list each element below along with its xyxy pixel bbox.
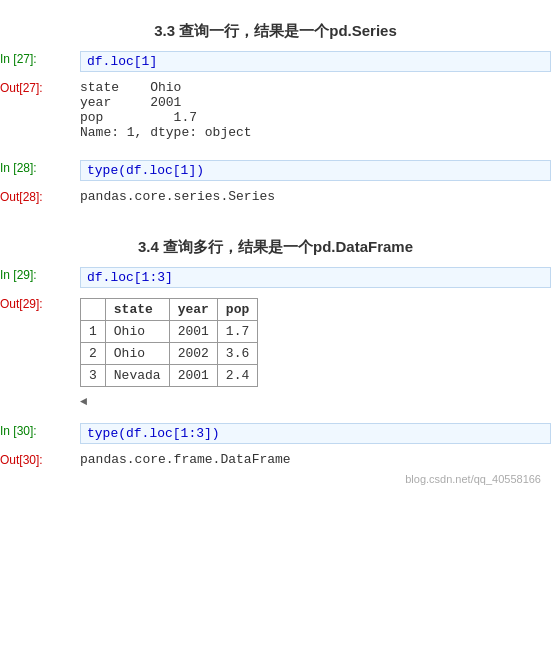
cell-in29: In [29]: df.loc[1:3] bbox=[0, 265, 551, 290]
in30-code-text: type(df.loc[1:3]) bbox=[87, 426, 220, 441]
cell-out30: Out[30]: pandas.core.frame.DataFrame bbox=[0, 450, 551, 469]
in28-label: In [28]: bbox=[0, 160, 80, 175]
cell-in27: In [27]: df.loc[1] bbox=[0, 49, 551, 74]
cell-year: 2001 bbox=[169, 321, 217, 343]
out28-output: pandas.core.series.Series bbox=[80, 189, 551, 204]
cell-pop: 3.6 bbox=[217, 343, 257, 365]
out27-label: Out[27]: bbox=[0, 80, 80, 95]
row-index: 2 bbox=[81, 343, 106, 365]
cell-out28: Out[28]: pandas.core.series.Series bbox=[0, 187, 551, 206]
out29-output: state year pop 1 Ohio 2001 1.7 2 Ohio bbox=[80, 296, 551, 389]
table-header-row: state year pop bbox=[81, 299, 258, 321]
in27-label: In [27]: bbox=[0, 51, 80, 66]
in29-code-text: df.loc[1:3] bbox=[87, 270, 173, 285]
in29-code[interactable]: df.loc[1:3] bbox=[80, 267, 551, 288]
col-header-pop: pop bbox=[217, 299, 257, 321]
out27-text: state Ohio year 2001 pop 1.7 Name: 1, dt… bbox=[80, 80, 252, 140]
section-title-33: 3.3 查询一行，结果是一个pd.Series bbox=[0, 22, 551, 41]
out30-output: pandas.core.frame.DataFrame bbox=[80, 452, 551, 467]
section-title-34: 3.4 查询多行，结果是一个pd.DataFrame bbox=[0, 238, 551, 257]
out28-text: pandas.core.series.Series bbox=[80, 189, 275, 204]
cell-pop: 2.4 bbox=[217, 365, 257, 387]
in27-code-text: df.loc[1] bbox=[87, 54, 157, 69]
scroll-indicator: ◄ bbox=[80, 395, 551, 409]
col-header-state: state bbox=[105, 299, 169, 321]
cell-in30: In [30]: type(df.loc[1:3]) bbox=[0, 421, 551, 446]
out28-label: Out[28]: bbox=[0, 189, 80, 204]
cell-year: 2001 bbox=[169, 365, 217, 387]
cell-out29: Out[29]: state year pop 1 Ohio 2001 bbox=[0, 294, 551, 391]
col-header-index bbox=[81, 299, 106, 321]
in30-label: In [30]: bbox=[0, 423, 80, 438]
out30-label: Out[30]: bbox=[0, 452, 80, 467]
table-row: 1 Ohio 2001 1.7 bbox=[81, 321, 258, 343]
col-header-year: year bbox=[169, 299, 217, 321]
table-row: 2 Ohio 2002 3.6 bbox=[81, 343, 258, 365]
out30-text: pandas.core.frame.DataFrame bbox=[80, 452, 291, 467]
page-content: 3.3 查询一行，结果是一个pd.Series In [27]: df.loc[… bbox=[0, 0, 551, 495]
in30-code[interactable]: type(df.loc[1:3]) bbox=[80, 423, 551, 444]
cell-out27: Out[27]: state Ohio year 2001 pop 1.7 Na… bbox=[0, 78, 551, 142]
row-index: 3 bbox=[81, 365, 106, 387]
in28-code-text: type(df.loc[1]) bbox=[87, 163, 204, 178]
cell-state: Ohio bbox=[105, 343, 169, 365]
cell-year: 2002 bbox=[169, 343, 217, 365]
out27-output: state Ohio year 2001 pop 1.7 Name: 1, dt… bbox=[80, 80, 551, 140]
table-row: 3 Nevada 2001 2.4 bbox=[81, 365, 258, 387]
dataframe-table: state year pop 1 Ohio 2001 1.7 2 Ohio bbox=[80, 298, 258, 387]
cell-in28: In [28]: type(df.loc[1]) bbox=[0, 158, 551, 183]
in29-label: In [29]: bbox=[0, 267, 80, 282]
cell-state: Nevada bbox=[105, 365, 169, 387]
out29-label: Out[29]: bbox=[0, 296, 80, 311]
watermark: blog.csdn.net/qq_40558166 bbox=[0, 473, 551, 485]
in28-code[interactable]: type(df.loc[1]) bbox=[80, 160, 551, 181]
cell-state: Ohio bbox=[105, 321, 169, 343]
cell-pop: 1.7 bbox=[217, 321, 257, 343]
in27-code[interactable]: df.loc[1] bbox=[80, 51, 551, 72]
row-index: 1 bbox=[81, 321, 106, 343]
